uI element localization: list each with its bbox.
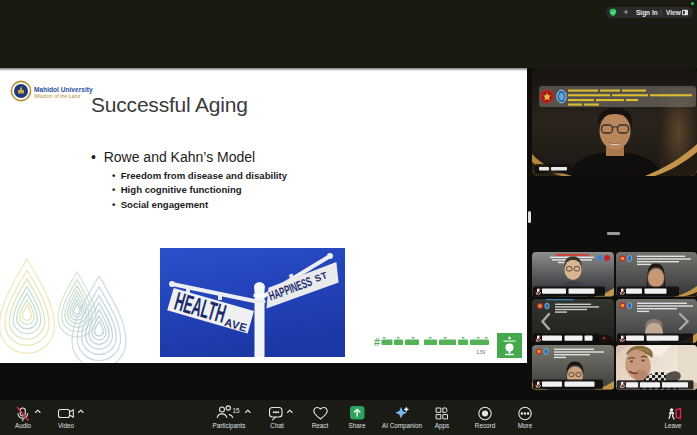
svg-text:Chat: Chat — [270, 422, 284, 429]
svg-text:Participants: Participants — [213, 422, 246, 430]
svg-text:View: View — [666, 9, 682, 16]
svg-text:AI Companion: AI Companion — [382, 422, 422, 430]
svg-text:Wisdom of the Land: Wisdom of the Land — [34, 93, 81, 99]
svg-text:Record: Record — [475, 422, 496, 429]
svg-text:15: 15 — [233, 407, 241, 414]
svg-text:Share: Share — [349, 422, 366, 429]
svg-text:More: More — [518, 422, 533, 429]
svg-text:React: React — [312, 422, 329, 429]
svg-text:Sign In: Sign In — [636, 9, 658, 17]
svg-text:Video: Video — [58, 422, 74, 429]
svg-text:#: # — [374, 336, 380, 348]
svg-text:Apps: Apps — [435, 422, 449, 430]
svg-text:Leave: Leave — [664, 422, 682, 429]
svg-text:Audio: Audio — [15, 422, 32, 429]
